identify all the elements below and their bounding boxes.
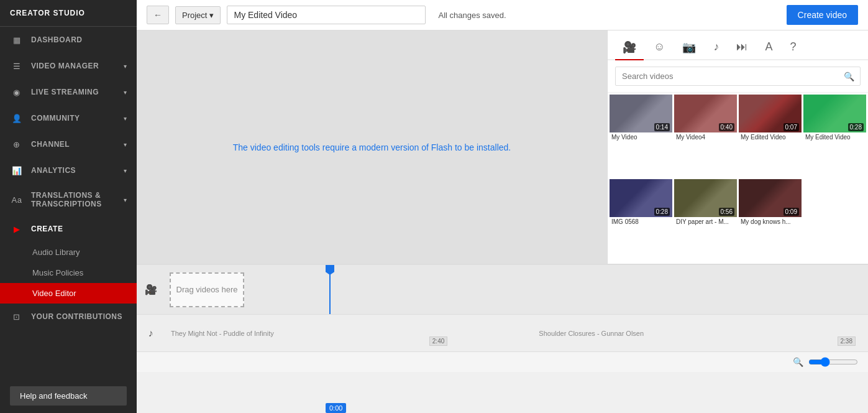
chevron-icon-live-streaming: ▾ (124, 89, 127, 96)
saved-message: All changes saved. (438, 11, 506, 20)
editor-area: The video editing tools require a modern… (137, 30, 868, 264)
topbar: ← Project ▾ All changes saved. Create vi… (137, 0, 868, 30)
nav-icon-dashboard: ▦ (10, 34, 24, 45)
nav-label-live-streaming: LIVE STREAMING (31, 88, 99, 96)
right-panel: 🎥☺📷♪⏭A? 🔍 0:14 My Video 0:40 My Video4 0… (607, 30, 868, 264)
audio-track-label-1: They Might Not - Puddle of Infinity (171, 330, 274, 337)
video-thumb-v7[interactable]: 0:09 My dog knows h... (739, 179, 802, 262)
chevron-icon-channel: ▾ (124, 141, 127, 148)
panel-tab-music[interactable]: ♪ (706, 35, 726, 59)
sidebar-item-analytics[interactable]: 📊 ANALYTICS ▾ (0, 157, 137, 183)
video-thumb-v1[interactable]: 0:14 My Video (610, 95, 672, 177)
nav-label-your-contributions: YOUR CONTRIBUTIONS (31, 312, 122, 321)
chevron-icon-analytics: ▾ (124, 167, 127, 174)
panel-tabs: 🎥☺📷♪⏭A? (608, 30, 868, 60)
timeline-bottom-bar: 🔍 (137, 352, 868, 372)
sidebar-item-translations[interactable]: Aa TRANSLATIONS & TRANSCRIPTIONS ▾ (0, 183, 137, 216)
nav-label-channel: CHANNEL (31, 140, 70, 149)
nav-label-translations: TRANSLATIONS & TRANSCRIPTIONS (31, 191, 124, 208)
video-thumb-v5[interactable]: 0:28 IMG 0568 (610, 179, 672, 262)
video-title-v5: IMG 0568 (610, 217, 672, 226)
nav-label-analytics: ANALYTICS (31, 166, 76, 175)
video-thumb-v3[interactable]: 0:07 My Edited Video (739, 95, 802, 177)
video-track: 🎥 Drag videos here (137, 265, 868, 315)
panel-tab-video[interactable]: 🎥 (615, 35, 644, 59)
video-thumb-v2[interactable]: 0:40 My Video4 (674, 95, 737, 177)
panel-tab-emoji[interactable]: ☺ (646, 35, 672, 59)
sidebar-sub-video-editor[interactable]: Video Editor (0, 283, 137, 304)
playhead[interactable] (329, 265, 331, 314)
nav-label-video-manager: VIDEO MANAGER (31, 62, 99, 70)
panel-tab-photo[interactable]: 📷 (675, 35, 703, 59)
nav-label-community: COMMUNITY (31, 114, 80, 123)
sidebar-item-live-streaming[interactable]: ◉ LIVE STREAMING ▾ (0, 79, 137, 105)
audio-track-icon: ♪ (137, 328, 165, 339)
chevron-down-icon: ▾ (209, 11, 214, 20)
audio-badge-1: 2:40 (429, 336, 447, 346)
chevron-icon-translations: ▾ (124, 197, 127, 203)
video-title-v7: My dog knows h... (739, 217, 802, 226)
project-dropdown[interactable]: Project ▾ (175, 6, 221, 24)
create-video-button[interactable]: Create video (787, 5, 858, 25)
nav-label-dashboard: DASHBOARD (31, 35, 83, 44)
sidebar-item-your-contributions[interactable]: ⊡ YOUR CONTRIBUTIONS (0, 304, 137, 330)
panel-tab-help[interactable]: ? (782, 35, 803, 59)
playhead-time: 0:00 (326, 403, 346, 413)
video-duration-v5: 0:28 (654, 208, 670, 216)
chevron-icon-video-manager: ▾ (124, 63, 127, 70)
video-title-v4: My Edited Video (803, 132, 866, 142)
audio-track: ♪ They Might Not - Puddle of Infinity Sh… (137, 315, 868, 352)
video-duration-v2: 0:40 (719, 123, 734, 131)
preview-panel: The video editing tools require a modern… (137, 30, 607, 264)
sidebar-item-community[interactable]: 👤 COMMUNITY ▾ (0, 105, 137, 131)
brand-title: CREATOR STUDIO (0, 0, 137, 27)
nav-icon-channel: ⊕ (10, 139, 24, 150)
help-feedback-button[interactable]: Help and feedback (10, 386, 127, 406)
video-title-v6: DIY paper art - M... (674, 217, 737, 226)
search-bar: 🔍 (608, 60, 868, 93)
video-title-v3: My Edited Video (739, 132, 802, 142)
main-content: ← Project ▾ All changes saved. Create vi… (137, 0, 868, 413)
chevron-icon-community: ▾ (124, 115, 127, 122)
sidebar-item-dashboard[interactable]: ▦ DASHBOARD (0, 27, 137, 53)
audio-badge-2: 2:38 (838, 336, 856, 346)
playhead-handle[interactable] (326, 265, 334, 275)
nav-icon-live-streaming: ◉ (10, 86, 24, 98)
drop-zone[interactable]: Drag videos here (170, 272, 244, 307)
video-grid: 0:14 My Video 0:40 My Video4 0:07 My Edi… (608, 93, 868, 264)
nav-icon-translations: Aa (10, 194, 24, 205)
video-track-icon: 🎥 (137, 284, 165, 295)
project-label: Project (182, 11, 207, 20)
timeline: 🎥 Drag videos here ♪ They Might Not - Pu… (137, 264, 868, 413)
nav-icon-analytics: 📊 (10, 165, 24, 176)
sidebar: CREATOR STUDIO ▦ DASHBOARD ☰ VIDEO MANAG… (0, 0, 137, 413)
panel-tab-transitions[interactable]: ⏭ (729, 35, 755, 59)
video-duration-v1: 0:14 (654, 123, 670, 131)
video-title-v1: My Video (610, 132, 672, 142)
back-button[interactable]: ← (147, 6, 169, 24)
nav-list: ▦ DASHBOARD ☰ VIDEO MANAGER ▾ ◉ LIVE STR… (0, 27, 137, 330)
video-duration-v3: 0:07 (783, 123, 799, 131)
search-icon: 🔍 (844, 72, 854, 81)
video-duration-v7: 0:09 (783, 208, 799, 216)
search-input[interactable] (615, 67, 861, 86)
zoom-icon: 🔍 (793, 357, 803, 367)
video-duration-v6: 0:56 (719, 208, 734, 216)
sidebar-item-channel[interactable]: ⊕ CHANNEL ▾ (0, 131, 137, 157)
video-thumb-v4[interactable]: 0:28 My Edited Video (803, 95, 866, 177)
video-thumb-v6[interactable]: 0:56 DIY paper art - M... (674, 179, 737, 262)
zoom-slider[interactable] (808, 357, 858, 367)
video-title-v2: My Video4 (674, 132, 737, 142)
sidebar-item-create[interactable]: ▶ CREATE (0, 216, 137, 242)
nav-icon-video-manager: ☰ (10, 60, 24, 72)
panel-tab-text[interactable]: A (757, 35, 780, 59)
nav-label-create: CREATE (31, 225, 63, 233)
nav-icon-community: 👤 (10, 113, 24, 124)
nav-icon-your-contributions: ⊡ (10, 311, 24, 322)
sidebar-sub-audio-library[interactable]: Audio Library (0, 242, 137, 262)
sidebar-sub-music-policies[interactable]: Music Policies (0, 262, 137, 283)
flash-message: The video editing tools require a modern… (233, 142, 511, 152)
nav-icon-create: ▶ (10, 223, 24, 234)
sidebar-item-video-manager[interactable]: ☰ VIDEO MANAGER ▾ (0, 53, 137, 79)
video-title-input[interactable] (227, 6, 426, 24)
